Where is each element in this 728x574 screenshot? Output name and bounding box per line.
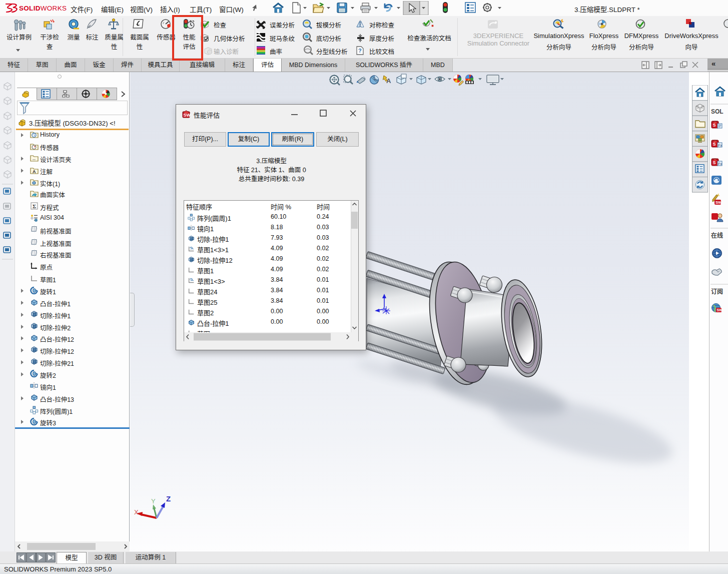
svg-text:A: A [386, 77, 391, 85]
svg-text:Σ: Σ [33, 203, 36, 209]
svg-text:Y: Y [151, 497, 156, 505]
svg-text:SOLIDWORKS: SOLIDWORKS [19, 5, 67, 12]
svg-text:SW: SW [184, 113, 191, 118]
svg-text:SOL: SOL [711, 108, 723, 115]
svg-text:A: A [33, 169, 36, 174]
svg-text:在线: 在线 [711, 231, 723, 239]
svg-text:Fx: Fx [718, 162, 722, 166]
svg-text:Z: Z [166, 494, 171, 503]
svg-text:SW: SW [717, 308, 723, 312]
svg-text:SW: SW [715, 200, 722, 205]
svg-text:?: ? [358, 48, 362, 54]
svg-text:S: S [713, 160, 716, 165]
svg-text:S: S [713, 123, 716, 128]
svg-text:Fx: Fx [718, 143, 722, 148]
svg-text:订阅: 订阅 [711, 287, 723, 295]
svg-text:X: X [134, 508, 139, 516]
svg-text:S: S [713, 142, 716, 147]
